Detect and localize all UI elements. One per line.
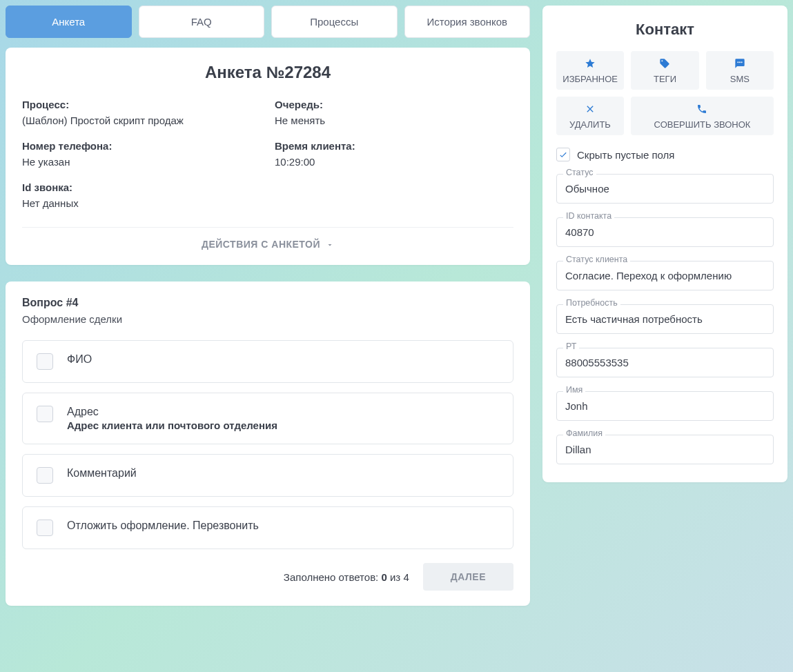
phone-label: Номер телефона:: [22, 140, 261, 152]
option-fio[interactable]: ФИО: [22, 340, 513, 383]
phone-icon: [696, 103, 707, 117]
option-label: Отложить оформление. Перезвонить: [67, 520, 259, 532]
action-label: ИЗБРАННОЕ: [562, 74, 618, 84]
option-address[interactable]: Адрес Адрес клиента или почтового отделе…: [22, 393, 513, 444]
client-status-field[interactable]: [556, 261, 774, 290]
chat-icon: [734, 58, 745, 71]
close-icon: [585, 103, 596, 117]
checkbox[interactable]: [37, 406, 53, 422]
checkbox[interactable]: [37, 353, 53, 370]
name-field[interactable]: [556, 391, 774, 421]
tab-processes[interactable]: Процессы: [271, 6, 398, 38]
tabs-bar: Анкета FAQ Процессы История звонков: [6, 6, 530, 38]
action-label: SMS: [730, 74, 750, 84]
anketa-actions-toggle[interactable]: ДЕЙСТВИЯ С АНКЕТОЙ: [22, 227, 513, 250]
option-label: Комментарий: [67, 467, 137, 480]
tags-button[interactable]: ТЕГИ: [631, 51, 698, 90]
delete-button[interactable]: УДАЛИТЬ: [556, 97, 624, 135]
hide-empty-toggle[interactable]: Скрыть пустые поля: [556, 148, 774, 161]
action-label: ТЕГИ: [654, 74, 676, 84]
status-field[interactable]: [556, 174, 774, 204]
tag-icon: [659, 58, 670, 71]
rt-field[interactable]: [556, 348, 774, 377]
process-label: Процесс:: [22, 99, 261, 110]
next-button[interactable]: ДАЛЕЕ: [423, 563, 513, 591]
client-time-value: 10:29:00: [275, 156, 513, 168]
need-field[interactable]: [556, 304, 774, 334]
field-label-name: Имя: [563, 385, 585, 395]
action-label: СОВЕРШИТЬ ЗВОНОК: [654, 119, 751, 130]
tab-faq[interactable]: FAQ: [139, 6, 265, 38]
surname-field[interactable]: [556, 435, 774, 464]
anketa-title: Анкета №27284: [22, 63, 513, 82]
anketa-actions-label: ДЕЙСТВИЯ С АНКЕТОЙ: [202, 239, 320, 250]
field-label-client-status: Статус клиента: [563, 255, 630, 264]
field-label-surname: Фамилия: [563, 428, 605, 438]
field-label-contact-id: ID контакта: [563, 211, 614, 221]
star-icon: [585, 58, 596, 71]
tab-anketa[interactable]: Анкета: [6, 6, 132, 38]
option-postpone[interactable]: Отложить оформление. Перезвонить: [22, 506, 513, 549]
client-time-label: Время клиента:: [275, 140, 513, 152]
option-hint: Адрес клиента или почтового отделения: [67, 419, 277, 431]
field-label-rt: РТ: [563, 342, 579, 351]
call-id-value: Нет данных: [22, 197, 261, 209]
checkbox[interactable]: [37, 520, 53, 536]
filled-answers-label: Заполнено ответов: 0 из 4: [284, 571, 409, 583]
question-card: Вопрос #4 Оформление сделки ФИО Адрес Ад…: [6, 281, 530, 606]
call-id-label: Id звонка:: [22, 181, 261, 193]
hide-empty-label: Скрыть пустые поля: [577, 149, 675, 161]
queue-label: Очередь:: [275, 99, 513, 110]
phone-value: Не указан: [22, 156, 261, 168]
checkbox-checked-icon: [556, 148, 570, 161]
contact-title: Контакт: [556, 21, 774, 39]
chevron-down-icon: [326, 240, 334, 248]
option-label: ФИО: [67, 353, 92, 366]
action-label: УДАЛИТЬ: [569, 119, 611, 130]
question-subtitle: Оформление сделки: [22, 313, 513, 325]
queue-value: Не менять: [275, 115, 513, 126]
contact-id-field[interactable]: [556, 217, 774, 247]
favorite-button[interactable]: ИЗБРАННОЕ: [556, 51, 624, 90]
make-call-button[interactable]: СОВЕРШИТЬ ЗВОНОК: [631, 97, 774, 135]
field-label-status: Статус: [563, 168, 596, 177]
anketa-card: Анкета №27284 Процесс: (Шаблон) Простой …: [6, 48, 530, 265]
tab-call-history[interactable]: История звонков: [404, 6, 531, 38]
checkbox[interactable]: [37, 467, 53, 484]
option-comment[interactable]: Комментарий: [22, 454, 513, 497]
sms-button[interactable]: SMS: [706, 51, 774, 90]
contact-card: Контакт ИЗБРАННОЕ ТЕГИ: [542, 6, 787, 482]
process-value: (Шаблон) Простой скрипт продаж: [22, 115, 261, 126]
option-label: Адрес: [67, 406, 277, 418]
question-number: Вопрос #4: [22, 297, 513, 309]
field-label-need: Потребность: [563, 298, 620, 308]
